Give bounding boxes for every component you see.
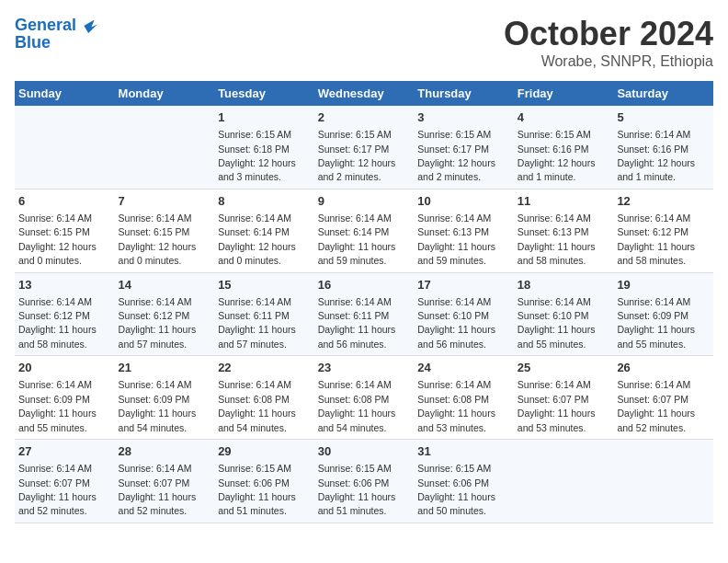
- day-number: 23: [318, 360, 411, 376]
- day-cell: 6Sunrise: 6:14 AMSunset: 6:15 PMDaylight…: [15, 189, 115, 272]
- day-cell: 10Sunrise: 6:14 AMSunset: 6:13 PMDayligh…: [414, 189, 514, 272]
- day-cell: 18Sunrise: 6:14 AMSunset: 6:10 PMDayligh…: [514, 272, 614, 356]
- sunrise-text: Sunrise: 6:14 AMSunset: 6:10 PMDaylight:…: [417, 296, 495, 350]
- col-header-saturday: Saturday: [613, 81, 713, 106]
- day-number: 27: [18, 443, 111, 460]
- day-cell: 26Sunrise: 6:14 AMSunset: 6:07 PMDayligh…: [613, 356, 713, 440]
- sunrise-text: Sunrise: 6:14 AMSunset: 6:12 PMDaylight:…: [119, 296, 197, 350]
- sunrise-text: Sunrise: 6:14 AMSunset: 6:09 PMDaylight:…: [18, 379, 97, 432]
- day-number: 30: [318, 443, 411, 460]
- logo-text: General: [15, 17, 76, 35]
- col-header-friday: Friday: [514, 81, 614, 106]
- week-row-3: 13Sunrise: 6:14 AMSunset: 6:12 PMDayligh…: [15, 272, 713, 356]
- title-block: October 2024 Worabe, SNNPR, Ethiopia: [504, 15, 713, 70]
- day-number: 18: [518, 277, 610, 293]
- day-number: 2: [318, 109, 411, 126]
- day-number: 5: [617, 109, 710, 126]
- week-row-4: 20Sunrise: 6:14 AMSunset: 6:09 PMDayligh…: [15, 356, 713, 440]
- svg-marker-0: [84, 20, 97, 33]
- col-header-sunday: Sunday: [15, 81, 115, 106]
- col-header-monday: Monday: [115, 81, 215, 106]
- day-number: 31: [417, 443, 510, 460]
- day-number: 19: [617, 277, 710, 293]
- sunrise-text: Sunrise: 6:14 AMSunset: 6:15 PMDaylight:…: [119, 213, 197, 266]
- week-row-2: 6Sunrise: 6:14 AMSunset: 6:15 PMDaylight…: [15, 189, 713, 272]
- day-cell: 23Sunrise: 6:14 AMSunset: 6:08 PMDayligh…: [314, 356, 415, 440]
- col-header-tuesday: Tuesday: [214, 81, 314, 106]
- day-cell: 29Sunrise: 6:15 AMSunset: 6:06 PMDayligh…: [214, 440, 314, 523]
- day-cell: 20Sunrise: 6:14 AMSunset: 6:09 PMDayligh…: [15, 356, 115, 440]
- day-cell: 12Sunrise: 6:14 AMSunset: 6:12 PMDayligh…: [613, 189, 713, 272]
- sunrise-text: Sunrise: 6:15 AMSunset: 6:06 PMDaylight:…: [417, 463, 495, 516]
- col-header-wednesday: Wednesday: [314, 81, 415, 106]
- sunrise-text: Sunrise: 6:14 AMSunset: 6:08 PMDaylight:…: [318, 379, 396, 432]
- day-number: 28: [119, 443, 211, 460]
- day-cell: 16Sunrise: 6:14 AMSunset: 6:11 PMDayligh…: [314, 272, 415, 356]
- day-cell: 4Sunrise: 6:15 AMSunset: 6:16 PMDaylight…: [514, 106, 614, 189]
- day-cell: 19Sunrise: 6:14 AMSunset: 6:09 PMDayligh…: [613, 272, 713, 356]
- day-cell: 15Sunrise: 6:14 AMSunset: 6:11 PMDayligh…: [214, 272, 314, 356]
- day-cell: 14Sunrise: 6:14 AMSunset: 6:12 PMDayligh…: [115, 272, 215, 356]
- day-cell: 7Sunrise: 6:14 AMSunset: 6:15 PMDaylight…: [115, 189, 215, 272]
- day-number: 24: [417, 360, 510, 376]
- sunrise-text: Sunrise: 6:14 AMSunset: 6:07 PMDaylight:…: [518, 379, 596, 432]
- sunrise-text: Sunrise: 6:14 AMSunset: 6:13 PMDaylight:…: [417, 213, 495, 266]
- main-title: October 2024: [504, 15, 713, 53]
- day-cell: [115, 106, 215, 189]
- subtitle: Worabe, SNNPR, Ethiopia: [504, 53, 713, 70]
- day-number: 21: [119, 360, 211, 376]
- day-cell: 13Sunrise: 6:14 AMSunset: 6:12 PMDayligh…: [15, 272, 115, 356]
- day-number: 7: [119, 193, 211, 210]
- day-cell: 17Sunrise: 6:14 AMSunset: 6:10 PMDayligh…: [414, 272, 514, 356]
- sunrise-text: Sunrise: 6:15 AMSunset: 6:17 PMDaylight:…: [417, 129, 495, 182]
- day-cell: 8Sunrise: 6:14 AMSunset: 6:14 PMDaylight…: [214, 189, 314, 272]
- day-cell: 3Sunrise: 6:15 AMSunset: 6:17 PMDaylight…: [414, 106, 514, 189]
- day-cell: 30Sunrise: 6:15 AMSunset: 6:06 PMDayligh…: [314, 440, 415, 523]
- day-number: 8: [218, 193, 311, 210]
- sunrise-text: Sunrise: 6:14 AMSunset: 6:14 PMDaylight:…: [218, 213, 296, 266]
- day-cell: 22Sunrise: 6:14 AMSunset: 6:08 PMDayligh…: [214, 356, 314, 440]
- sunrise-text: Sunrise: 6:14 AMSunset: 6:07 PMDaylight:…: [18, 463, 97, 516]
- header-row: SundayMondayTuesdayWednesdayThursdayFrid…: [15, 81, 713, 106]
- day-cell: [613, 440, 713, 523]
- sunrise-text: Sunrise: 6:15 AMSunset: 6:17 PMDaylight:…: [318, 129, 396, 182]
- day-cell: 1Sunrise: 6:15 AMSunset: 6:18 PMDaylight…: [214, 106, 314, 189]
- sunrise-text: Sunrise: 6:14 AMSunset: 6:10 PMDaylight:…: [518, 296, 596, 350]
- day-number: 12: [617, 193, 710, 210]
- day-number: 14: [119, 277, 211, 293]
- sunrise-text: Sunrise: 6:15 AMSunset: 6:18 PMDaylight:…: [218, 129, 296, 182]
- sunrise-text: Sunrise: 6:14 AMSunset: 6:14 PMDaylight:…: [318, 213, 396, 266]
- day-cell: 9Sunrise: 6:14 AMSunset: 6:14 PMDaylight…: [314, 189, 415, 272]
- day-number: 3: [417, 109, 510, 126]
- week-row-1: 1Sunrise: 6:15 AMSunset: 6:18 PMDaylight…: [15, 106, 713, 189]
- day-number: 9: [318, 193, 411, 210]
- day-cell: 24Sunrise: 6:14 AMSunset: 6:08 PMDayligh…: [414, 356, 514, 440]
- day-cell: 5Sunrise: 6:14 AMSunset: 6:16 PMDaylight…: [613, 106, 713, 189]
- sunrise-text: Sunrise: 6:14 AMSunset: 6:09 PMDaylight:…: [119, 379, 197, 432]
- sunrise-text: Sunrise: 6:14 AMSunset: 6:11 PMDaylight:…: [218, 296, 296, 350]
- day-cell: 31Sunrise: 6:15 AMSunset: 6:06 PMDayligh…: [414, 440, 514, 523]
- day-number: 22: [218, 360, 311, 376]
- day-cell: 28Sunrise: 6:14 AMSunset: 6:07 PMDayligh…: [115, 440, 215, 523]
- sunrise-text: Sunrise: 6:14 AMSunset: 6:16 PMDaylight:…: [617, 129, 695, 182]
- calendar-table: SundayMondayTuesdayWednesdayThursdayFrid…: [15, 81, 713, 523]
- day-number: 29: [218, 443, 311, 460]
- day-number: 15: [218, 277, 311, 293]
- day-cell: 27Sunrise: 6:14 AMSunset: 6:07 PMDayligh…: [15, 440, 115, 523]
- sunrise-text: Sunrise: 6:14 AMSunset: 6:08 PMDaylight:…: [417, 379, 495, 432]
- logo: General Blue: [15, 15, 100, 52]
- day-cell: 21Sunrise: 6:14 AMSunset: 6:09 PMDayligh…: [115, 356, 215, 440]
- col-header-thursday: Thursday: [414, 81, 514, 106]
- day-number: 16: [318, 277, 411, 293]
- sunrise-text: Sunrise: 6:14 AMSunset: 6:12 PMDaylight:…: [18, 296, 97, 350]
- sunrise-text: Sunrise: 6:14 AMSunset: 6:13 PMDaylight:…: [518, 213, 596, 266]
- day-number: 6: [18, 193, 111, 210]
- sunrise-text: Sunrise: 6:14 AMSunset: 6:08 PMDaylight:…: [218, 379, 296, 432]
- day-number: 13: [18, 277, 111, 293]
- sunrise-text: Sunrise: 6:15 AMSunset: 6:16 PMDaylight:…: [518, 129, 596, 182]
- sunrise-text: Sunrise: 6:14 AMSunset: 6:11 PMDaylight:…: [318, 296, 396, 350]
- day-number: 10: [417, 193, 510, 210]
- sunrise-text: Sunrise: 6:14 AMSunset: 6:07 PMDaylight:…: [119, 463, 197, 516]
- day-number: 25: [518, 360, 610, 376]
- day-cell: 25Sunrise: 6:14 AMSunset: 6:07 PMDayligh…: [514, 356, 614, 440]
